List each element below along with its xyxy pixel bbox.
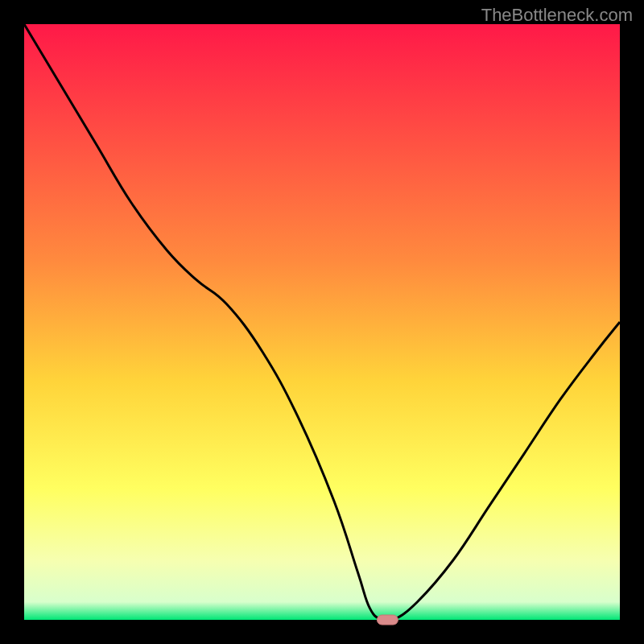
chart-container: TheBottleneck.com: [0, 0, 644, 644]
plot-area: [24, 24, 620, 620]
bottleneck-chart: [0, 0, 644, 644]
watermark-text: TheBottleneck.com: [481, 5, 633, 26]
optimal-marker: [377, 615, 398, 625]
